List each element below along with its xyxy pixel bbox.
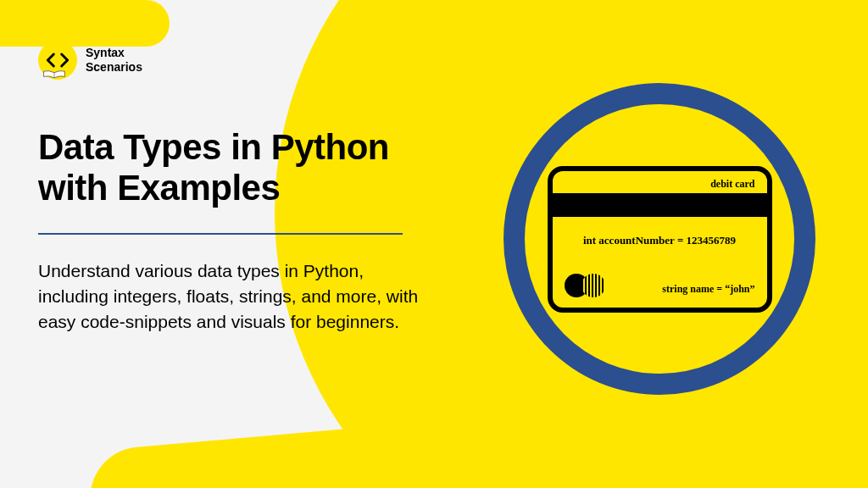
title-divider: [38, 233, 403, 235]
debit-card-illustration: debit card int accountNumber = 123456789…: [548, 166, 772, 313]
logo-code-icon: [38, 41, 77, 80]
card-brand-logos: [565, 274, 605, 297]
card-mag-stripe: [553, 193, 767, 217]
card-logo-circle-striped-icon: [581, 274, 605, 297]
logo-text: Syntax Scenarios: [86, 46, 142, 75]
content-area: Data Types in Python with Examples Under…: [38, 127, 437, 336]
logo-text-line1: Syntax: [86, 46, 142, 60]
background-yellow-shape-top-left: [0, 0, 170, 47]
logo: Syntax Scenarios: [38, 41, 142, 80]
card-label: debit card: [710, 178, 754, 191]
page-title: Data Types in Python with Examples: [38, 127, 437, 209]
illustration-circle-inner: debit card int accountNumber = 123456789…: [525, 104, 794, 374]
card-code-line1: int accountNumber = 123456789: [553, 234, 767, 247]
logo-book-icon: [42, 63, 66, 86]
card-code-line2: string name = “john”: [662, 283, 754, 296]
illustration-circle-outer: debit card int accountNumber = 123456789…: [504, 83, 815, 395]
page-description: Understand various data types in Python,…: [38, 258, 437, 336]
logo-text-line2: Scenarios: [86, 60, 142, 75]
